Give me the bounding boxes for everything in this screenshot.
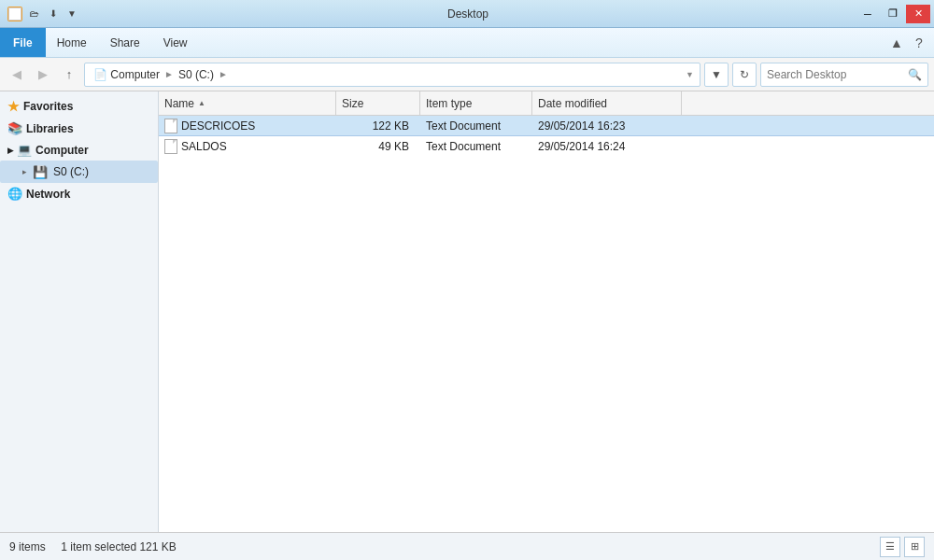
main-area: ★ Favorites 📚 Libraries ▸ 💻 Computer ▸ 💾… — [0, 91, 934, 532]
ribbon-file-tab[interactable]: File — [0, 28, 46, 57]
address-right: ▼ ↻ — [704, 63, 757, 87]
ribbon-right: ▲ ? — [887, 28, 934, 57]
libraries-label: Libraries — [26, 122, 74, 135]
status-items-count: 9 items 1 item selected 121 KB — [9, 540, 177, 553]
sidebar-libraries-header[interactable]: 📚 Libraries — [0, 118, 158, 139]
col-header-name[interactable]: Name ▲ — [159, 91, 336, 115]
tab-home[interactable]: Home — [46, 28, 99, 57]
close-button[interactable]: ✕ — [906, 5, 930, 23]
forward-button[interactable]: ▶ — [32, 63, 54, 86]
col-header-date[interactable]: Date modified — [532, 91, 682, 115]
path-dropdown-btn[interactable]: ▼ — [704, 63, 729, 87]
file-date-cell: 29/05/2014 16:24 — [532, 140, 682, 153]
sidebar-network-header[interactable]: 🌐 Network — [0, 183, 158, 204]
path-segment-drive[interactable]: S0 (C:) — [176, 67, 217, 82]
title-bar: 🗁 ⬇ ▼ Desktop ─ ❐ ✕ — [0, 0, 934, 28]
sidebar-item-drive[interactable]: ▸ 💾 S0 (C:) — [0, 161, 158, 183]
tab-share[interactable]: Share — [99, 28, 152, 57]
col-header-size[interactable]: Size — [336, 91, 420, 115]
minimize-button[interactable]: ─ — [856, 5, 880, 23]
help-button[interactable]: ? — [910, 34, 928, 52]
drive-label: S0 (C:) — [53, 165, 89, 178]
file-size-cell: 122 KB — [336, 119, 420, 133]
path-segment-computer[interactable]: 📄 Computer — [91, 67, 163, 82]
status-bar: 9 items 1 item selected 121 KB ☰ ⊞ — [0, 532, 934, 560]
file-name-cell: SALDOS — [159, 139, 336, 154]
sidebar: ★ Favorites 📚 Libraries ▸ 💻 Computer ▸ 💾… — [0, 91, 159, 532]
refresh-button[interactable]: ↻ — [732, 63, 757, 87]
tab-view[interactable]: View — [152, 28, 200, 57]
window-title: Desktop — [80, 7, 856, 21]
network-icon: 🌐 — [7, 187, 22, 201]
back-button[interactable]: ◀ — [6, 63, 28, 86]
status-view-controls: ☰ ⊞ — [880, 537, 925, 557]
computer-expand-icon: ▸ — [7, 144, 13, 157]
name-sort-arrow: ▲ — [198, 99, 205, 107]
computer-icon: 💻 — [17, 143, 32, 157]
file-type-cell: Text Document — [420, 140, 532, 153]
path-dropdown-arrow[interactable]: ▼ — [686, 70, 694, 79]
search-box[interactable]: 🔍 — [760, 63, 928, 87]
table-row[interactable]: SALDOS49 KBText Document29/05/2014 16:24 — [159, 136, 934, 157]
app-icon — [7, 7, 22, 21]
address-bar: ◀ ▶ ↑ 📄 Computer ► S0 (C:) ► ▼ ▼ ↻ 🔍 — [0, 58, 934, 91]
quick-undo-btn[interactable]: ⬇ — [45, 6, 62, 22]
ribbon-tabs: Home Share View — [46, 28, 200, 57]
file-name-cell: DESCRICOES — [159, 119, 336, 133]
search-input[interactable] — [767, 68, 908, 81]
ribbon: File Home Share View ▲ ? — [0, 28, 934, 58]
sidebar-favorites-header[interactable]: ★ Favorites — [0, 95, 158, 118]
file-type-cell: Text Document — [420, 119, 532, 133]
quick-new-folder-btn[interactable]: 🗁 — [26, 6, 43, 22]
computer-label: Computer — [35, 144, 89, 157]
quick-dropdown-btn[interactable]: ▼ — [64, 6, 80, 22]
title-bar-left: 🗁 ⬇ ▼ — [7, 6, 80, 22]
content-area: Name ▲ Size Item type Date modified DESC… — [159, 91, 934, 532]
drive-expand-icon: ▸ — [22, 167, 27, 176]
column-headers: Name ▲ Size Item type Date modified — [159, 91, 934, 116]
file-date-cell: 29/05/2014 16:23 — [532, 119, 682, 133]
up-button[interactable]: ↑ — [58, 63, 80, 86]
window-controls: ─ ❐ ✕ — [856, 5, 930, 23]
col-header-type[interactable]: Item type — [420, 91, 532, 115]
star-icon: ★ — [7, 99, 20, 114]
file-doc-icon — [164, 119, 177, 133]
drive-icon: 💾 — [33, 164, 48, 179]
collapse-ribbon-button[interactable]: ▲ — [887, 34, 906, 52]
file-size-cell: 49 KB — [336, 140, 420, 153]
sidebar-computer-header[interactable]: ▸ 💻 Computer — [0, 139, 158, 161]
file-list: DESCRICOES122 KBText Document29/05/2014 … — [159, 116, 934, 532]
file-doc-icon — [164, 139, 177, 154]
address-path[interactable]: 📄 Computer ► S0 (C:) ► ▼ — [84, 63, 700, 87]
quick-access: 🗁 ⬇ ▼ — [26, 6, 80, 22]
search-icon[interactable]: 🔍 — [908, 68, 922, 81]
details-view-btn[interactable]: ☰ — [880, 537, 900, 557]
table-row[interactable]: DESCRICOES122 KBText Document29/05/2014 … — [159, 116, 934, 136]
large-icons-view-btn[interactable]: ⊞ — [904, 537, 925, 557]
network-label: Network — [26, 188, 70, 201]
favorites-label: Favorites — [23, 100, 73, 113]
restore-button[interactable]: ❐ — [881, 5, 905, 23]
libraries-icon: 📚 — [7, 121, 22, 135]
